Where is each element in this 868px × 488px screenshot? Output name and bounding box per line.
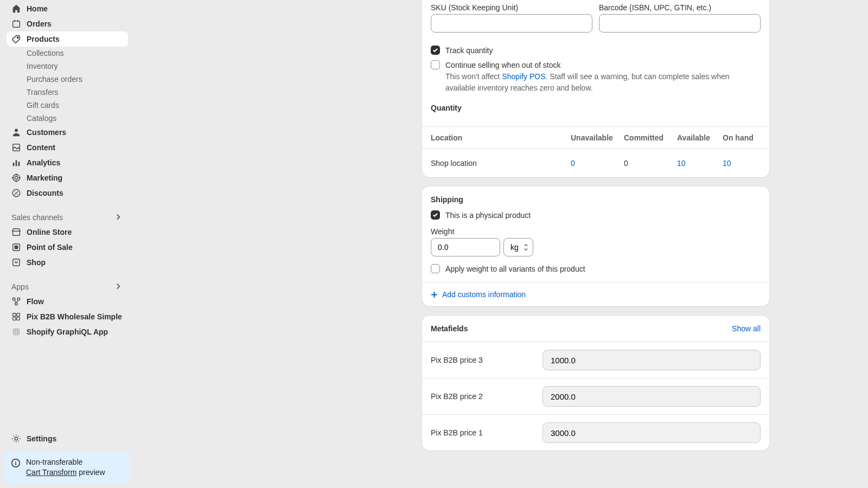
track-quantity-checkbox[interactable] bbox=[431, 46, 440, 55]
weight-unit-select[interactable]: kg bbox=[503, 238, 533, 256]
section-label: Apps bbox=[11, 282, 29, 291]
metafield-input[interactable] bbox=[542, 386, 761, 407]
apps-header[interactable]: Apps bbox=[7, 280, 128, 294]
pos-icon bbox=[11, 242, 21, 252]
svg-point-21 bbox=[15, 437, 17, 440]
main-content: SKU (Stock Keeping Unit) Barcode (ISBN, … bbox=[135, 0, 868, 488]
row-unavailable[interactable]: 0 bbox=[571, 159, 624, 168]
analytics-icon bbox=[11, 158, 21, 168]
nav-settings[interactable]: Settings bbox=[7, 431, 128, 446]
select-caret-icon bbox=[524, 244, 528, 251]
nav-orders[interactable]: Orders bbox=[7, 16, 128, 31]
nav-label: Shop bbox=[27, 258, 46, 267]
nav-catalogs[interactable]: Catalogs bbox=[7, 112, 128, 125]
person-icon bbox=[11, 127, 21, 137]
svg-rect-12 bbox=[13, 259, 20, 266]
row-onhand[interactable]: 10 bbox=[723, 159, 761, 168]
nav-label: Orders bbox=[27, 20, 52, 28]
nav-label: Analytics bbox=[27, 158, 60, 167]
nav-flow[interactable]: Flow bbox=[7, 294, 128, 309]
svg-rect-18 bbox=[13, 317, 16, 320]
nav-transfers[interactable]: Transfers bbox=[7, 86, 128, 99]
nav-products[interactable]: Products bbox=[7, 31, 128, 47]
metafield-label: Pix B2B price 2 bbox=[431, 392, 534, 401]
unit-value: kg bbox=[510, 243, 519, 252]
nav-customers[interactable]: Customers bbox=[7, 125, 128, 140]
barcode-label: Barcode (ISBN, UPC, GTIN, etc.) bbox=[599, 3, 761, 12]
metafield-label: Pix B2B price 1 bbox=[431, 428, 534, 437]
col-unavailable: Unavailable bbox=[571, 133, 624, 142]
metafield-input[interactable] bbox=[542, 422, 761, 443]
nav-label: Discounts bbox=[27, 189, 63, 197]
help-text: This won't affect Shopify POS. Staff wil… bbox=[445, 71, 761, 94]
nav-analytics[interactable]: Analytics bbox=[7, 155, 128, 170]
nav-online-store[interactable]: Online Store bbox=[7, 224, 128, 240]
svg-rect-5 bbox=[16, 160, 17, 166]
nav-content[interactable]: Content bbox=[7, 140, 128, 155]
weight-input[interactable] bbox=[431, 238, 500, 256]
chevron-right-icon bbox=[114, 282, 123, 291]
add-customs-label: Add customs information bbox=[442, 290, 526, 299]
svg-rect-19 bbox=[17, 317, 20, 320]
svg-rect-11 bbox=[15, 246, 17, 248]
section-label: Sales channels bbox=[11, 213, 63, 222]
svg-point-8 bbox=[15, 176, 17, 179]
apply-weight-checkbox[interactable] bbox=[431, 264, 440, 273]
continue-selling-label: Continue selling when out of stock bbox=[445, 61, 560, 69]
add-customs-button[interactable]: Add customs information bbox=[422, 282, 769, 306]
orders-icon bbox=[11, 19, 21, 29]
quantity-heading: Quantity bbox=[431, 104, 761, 112]
nav-label: Flow bbox=[27, 297, 44, 306]
nav-label: Pix B2B Wholesale Simple bbox=[27, 312, 122, 321]
nav-label: Settings bbox=[27, 434, 56, 443]
nav-shop[interactable]: Shop bbox=[7, 255, 128, 270]
shopify-pos-link[interactable]: Shopify POS bbox=[502, 72, 545, 81]
sku-input[interactable] bbox=[431, 14, 592, 33]
nav-label: Content bbox=[27, 143, 55, 152]
home-icon bbox=[11, 4, 21, 14]
row-location: Shop location bbox=[431, 159, 571, 168]
continue-selling-checkbox[interactable] bbox=[431, 60, 440, 69]
nav-purchase-orders[interactable]: Purchase orders bbox=[7, 73, 128, 86]
app-icon bbox=[11, 312, 21, 322]
sidebar: Home Orders Products Collections Invento… bbox=[0, 0, 135, 488]
svg-rect-6 bbox=[18, 162, 20, 166]
metafield-row: Pix B2B price 1 bbox=[422, 414, 769, 451]
plus-icon bbox=[431, 291, 438, 298]
shipping-title: Shipping bbox=[431, 195, 761, 204]
metafield-row: Pix B2B price 3 bbox=[422, 342, 769, 378]
apply-weight-label: Apply weight to all variants of this pro… bbox=[445, 265, 585, 273]
metafield-label: Pix B2B price 3 bbox=[431, 356, 534, 364]
nav-pix-b2b[interactable]: Pix B2B Wholesale Simple bbox=[7, 309, 128, 324]
discount-icon bbox=[11, 188, 21, 198]
nav-home[interactable]: Home bbox=[7, 1, 128, 16]
show-all-link[interactable]: Show all bbox=[732, 324, 761, 333]
col-available: Available bbox=[677, 133, 723, 142]
nav-label: Products bbox=[27, 35, 60, 43]
metafield-input[interactable] bbox=[542, 350, 761, 370]
svg-point-15 bbox=[15, 303, 18, 305]
nav-inventory[interactable]: Inventory bbox=[7, 60, 128, 73]
notice-link[interactable]: Cart Transform bbox=[26, 468, 76, 477]
nav-graphiql[interactable]: Shopify GraphiQL App bbox=[7, 324, 128, 339]
nav-collections[interactable]: Collections bbox=[7, 47, 128, 60]
barcode-input[interactable] bbox=[599, 14, 761, 33]
col-location: Location bbox=[431, 133, 571, 142]
nav-gift-cards[interactable]: Gift cards bbox=[7, 99, 128, 112]
sales-channels-header[interactable]: Sales channels bbox=[7, 210, 128, 224]
nav-label: Online Store bbox=[27, 228, 72, 236]
nav-marketing[interactable]: Marketing bbox=[7, 170, 128, 185]
nav-label: Customers bbox=[27, 128, 66, 137]
weight-label: Weight bbox=[431, 227, 761, 236]
app-icon bbox=[11, 327, 21, 337]
shop-icon bbox=[11, 258, 21, 267]
physical-product-checkbox[interactable] bbox=[431, 210, 440, 220]
row-available[interactable]: 10 bbox=[677, 159, 723, 168]
svg-rect-17 bbox=[17, 313, 20, 316]
row-committed: 0 bbox=[624, 159, 677, 168]
notice-banner: Non-transferable Cart Transform preview bbox=[4, 452, 130, 484]
nav-point-of-sale[interactable]: Point of Sale bbox=[7, 240, 128, 255]
nav-discounts[interactable]: Discounts bbox=[7, 185, 128, 201]
notice-line: Non-transferable bbox=[26, 458, 82, 466]
sku-label: SKU (Stock Keeping Unit) bbox=[431, 3, 592, 12]
